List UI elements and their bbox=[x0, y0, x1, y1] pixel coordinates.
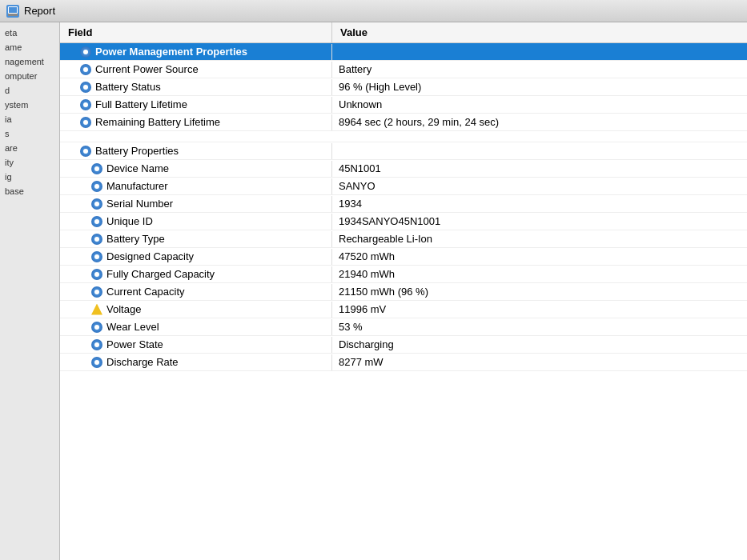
wear-level-row: Wear Level 53 % bbox=[60, 318, 747, 336]
power-icon-15 bbox=[90, 356, 103, 369]
manufacturer-row: Manufacturer SANYO bbox=[60, 178, 747, 195]
app-icon bbox=[6, 5, 19, 18]
power-icon-6 bbox=[90, 180, 103, 193]
sidebar-item-8[interactable]: are bbox=[0, 141, 59, 155]
device-name-field: Device Name bbox=[60, 161, 332, 177]
battery-properties-value bbox=[332, 150, 747, 153]
power-state-field: Power State bbox=[60, 337, 332, 353]
designed-capacity-field: Designed Capacity bbox=[60, 249, 332, 265]
current-capacity-value: 21150 mWh (96 %) bbox=[332, 284, 747, 299]
svg-rect-1 bbox=[9, 7, 17, 13]
sidebar: eta ame nagement omputer d ystem ia s ar… bbox=[0, 22, 60, 560]
power-management-value bbox=[332, 50, 747, 54]
power-icon-4 bbox=[79, 116, 92, 129]
discharge-rate-field: Discharge Rate bbox=[60, 354, 332, 370]
report-body[interactable]: Power Management Properties Current Powe… bbox=[60, 43, 747, 560]
power-icon-2 bbox=[79, 81, 92, 94]
spacer-row-1 bbox=[60, 131, 747, 142]
manufacturer-value: SANYO bbox=[332, 178, 747, 194]
power-icon-8 bbox=[90, 215, 103, 228]
serial-number-field: Serial Number bbox=[60, 196, 332, 212]
full-battery-lifetime-row: Full Battery Lifetime Unknown bbox=[60, 96, 747, 114]
field-column-header: Field bbox=[60, 22, 332, 42]
unique-id-field: Unique ID bbox=[60, 214, 332, 230]
discharge-rate-row: Discharge Rate 8277 mW bbox=[60, 354, 747, 371]
designed-capacity-row: Designed Capacity 47520 mWh bbox=[60, 248, 747, 266]
power-icon-3 bbox=[79, 98, 92, 111]
power-icon-7 bbox=[90, 198, 103, 210]
sidebar-item-7[interactable]: s bbox=[0, 126, 59, 141]
current-capacity-field: Current Capacity bbox=[60, 284, 332, 300]
sidebar-item-3[interactable]: omputer bbox=[0, 69, 59, 83]
fully-charged-capacity-field: Fully Charged Capacity bbox=[60, 266, 332, 282]
battery-status-value: 96 % (High Level) bbox=[332, 79, 747, 94]
sidebar-item-6[interactable]: ia bbox=[0, 112, 59, 126]
power-state-value: Discharging bbox=[332, 337, 747, 352]
app-container: Report eta ame nagement omputer d ystem … bbox=[0, 0, 747, 560]
designed-capacity-value: 47520 mWh bbox=[332, 249, 747, 264]
warning-icon bbox=[90, 303, 103, 316]
fully-charged-capacity-value: 21940 mWh bbox=[332, 266, 747, 282]
battery-properties-section: Battery Properties bbox=[60, 142, 747, 160]
current-capacity-row: Current Capacity 21150 mWh (96 %) bbox=[60, 283, 747, 301]
power-icon-9 bbox=[90, 233, 103, 246]
serial-number-row: Serial Number 1934 bbox=[60, 195, 747, 213]
window-title: Report bbox=[24, 5, 55, 17]
sidebar-item-2[interactable]: nagement bbox=[0, 54, 59, 69]
current-power-source-row: Current Power Source Battery bbox=[60, 61, 747, 78]
svg-rect-2 bbox=[8, 14, 18, 16]
battery-section-icon bbox=[79, 145, 92, 158]
unique-id-row: Unique ID 1934SANYO45N1001 bbox=[60, 213, 747, 230]
power-icon-5 bbox=[90, 162, 103, 175]
voltage-row: Voltage 11996 mV bbox=[60, 301, 747, 318]
remaining-battery-lifetime-value: 8964 sec (2 hours, 29 min, 24 sec) bbox=[332, 114, 747, 130]
sidebar-item-10[interactable]: ig bbox=[0, 170, 59, 184]
wear-level-field: Wear Level bbox=[60, 319, 332, 335]
discharge-rate-value: 8277 mW bbox=[332, 354, 747, 370]
current-power-source-value: Battery bbox=[332, 62, 747, 77]
sidebar-item-4[interactable]: d bbox=[0, 83, 59, 98]
remaining-battery-lifetime-row: Remaining Battery Lifetime 8964 sec (2 h… bbox=[60, 114, 747, 131]
power-icon-13 bbox=[90, 321, 103, 334]
battery-status-row: Battery Status 96 % (High Level) bbox=[60, 78, 747, 96]
voltage-value: 11996 mV bbox=[332, 302, 747, 317]
power-icon-14 bbox=[90, 338, 103, 351]
sidebar-item-0[interactable]: eta bbox=[0, 26, 59, 40]
sidebar-item-1[interactable]: ame bbox=[0, 40, 59, 54]
power-state-row: Power State Discharging bbox=[60, 336, 747, 354]
power-management-field: Power Management Properties bbox=[60, 44, 332, 60]
voltage-field: Voltage bbox=[60, 302, 332, 318]
power-icon-12 bbox=[90, 286, 103, 298]
title-bar: Report bbox=[0, 0, 747, 22]
power-icon-10 bbox=[90, 250, 103, 263]
full-battery-lifetime-value: Unknown bbox=[332, 97, 747, 112]
wear-level-value: 53 % bbox=[332, 319, 747, 334]
battery-type-field: Battery Type bbox=[60, 231, 332, 247]
manufacturer-field: Manufacturer bbox=[60, 178, 332, 194]
battery-properties-field: Battery Properties bbox=[60, 143, 332, 159]
value-column-header: Value bbox=[332, 22, 747, 42]
unique-id-value: 1934SANYO45N1001 bbox=[332, 214, 747, 229]
fully-charged-capacity-row: Fully Charged Capacity 21940 mWh bbox=[60, 266, 747, 283]
device-name-row: Device Name 45N1001 bbox=[60, 160, 747, 178]
battery-type-row: Battery Type Rechargeable Li-Ion bbox=[60, 230, 747, 248]
power-management-section: Power Management Properties bbox=[60, 43, 747, 61]
power-icon-1 bbox=[79, 63, 92, 76]
battery-type-value: Rechargeable Li-Ion bbox=[332, 231, 747, 246]
content-area: Field Value Power Management Properties bbox=[60, 22, 747, 560]
serial-number-value: 1934 bbox=[332, 196, 747, 211]
report-header: Field Value bbox=[60, 22, 747, 43]
device-name-value: 45N1001 bbox=[332, 161, 747, 176]
full-battery-lifetime-field: Full Battery Lifetime bbox=[60, 97, 332, 113]
sidebar-item-5[interactable]: ystem bbox=[0, 98, 59, 112]
sidebar-item-9[interactable]: ity bbox=[0, 155, 59, 170]
power-icon-11 bbox=[90, 268, 103, 281]
battery-status-field: Battery Status bbox=[60, 79, 332, 95]
sidebar-item-11[interactable]: base bbox=[0, 184, 59, 198]
power-section-icon bbox=[79, 46, 92, 58]
current-power-source-field: Current Power Source bbox=[60, 62, 332, 78]
remaining-battery-lifetime-field: Remaining Battery Lifetime bbox=[60, 114, 332, 130]
main-layout: eta ame nagement omputer d ystem ia s ar… bbox=[0, 22, 747, 560]
